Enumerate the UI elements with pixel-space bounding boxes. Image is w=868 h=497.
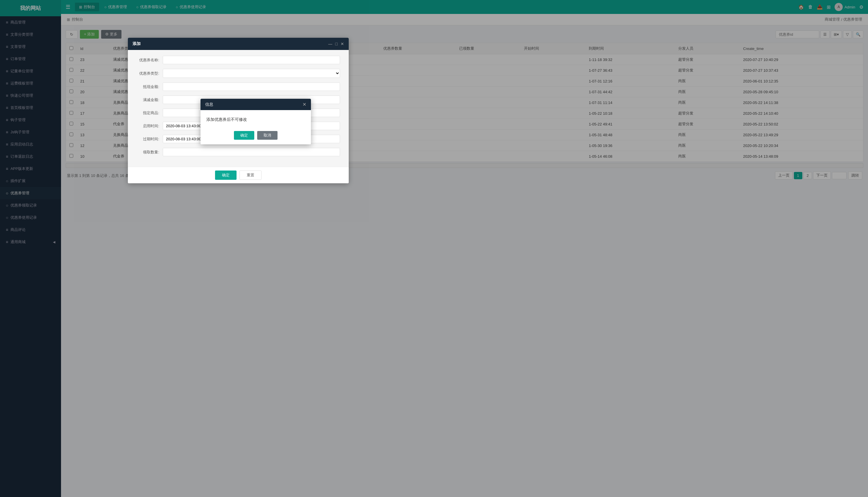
dialog-body: 添加优惠券后不可修改 (200, 110, 311, 128)
modal-actions: — □ ✕ (328, 42, 344, 46)
dialog-header: 信息 ✕ (200, 99, 311, 110)
form-row: 抵现金额: (137, 83, 340, 91)
info-dialog: 信息 ✕ 添加优惠券后不可修改 确定 取消 (200, 99, 311, 144)
modal-title: 添加 (132, 41, 141, 46)
form-row: 优惠券类型: (137, 69, 340, 78)
dialog-close-button[interactable]: ✕ (303, 102, 306, 107)
dialog-cancel-button[interactable]: 取消 (257, 131, 278, 140)
modal-maximize-button[interactable]: □ (335, 42, 338, 46)
form-row: 优惠券名称: (137, 56, 340, 64)
modal-header: 添加 — □ ✕ (128, 38, 349, 50)
dialog-message: 添加优惠券后不可修改 (206, 117, 247, 122)
dialog-confirm-button[interactable]: 确定 (234, 131, 254, 140)
form-label: 满减金额: (137, 97, 163, 102)
form-label: 优惠券类型: (137, 71, 163, 76)
modal-reset-button[interactable]: 重置 (239, 171, 262, 180)
dialog-footer: 确定 取消 (200, 128, 311, 144)
form-label: 抵现金额: (137, 84, 163, 89)
dialog-title: 信息 (205, 102, 213, 107)
form-label: 启用时间: (137, 124, 163, 129)
modal-confirm-button[interactable]: 确定 (215, 171, 237, 180)
form-label: 指定商品: (137, 110, 163, 116)
form-select[interactable] (163, 69, 340, 78)
modal-minimize-button[interactable]: — (328, 42, 333, 46)
form-input[interactable] (163, 83, 340, 91)
modal-footer: 确定 重置 (128, 167, 349, 183)
form-input[interactable] (163, 148, 340, 156)
form-input[interactable] (163, 56, 340, 64)
form-row: 领取数量: (137, 148, 340, 156)
form-label: 过期时间: (137, 137, 163, 142)
modal-close-button[interactable]: ✕ (340, 42, 344, 46)
form-label: 优惠券名称: (137, 57, 163, 63)
form-label: 领取数量: (137, 150, 163, 155)
